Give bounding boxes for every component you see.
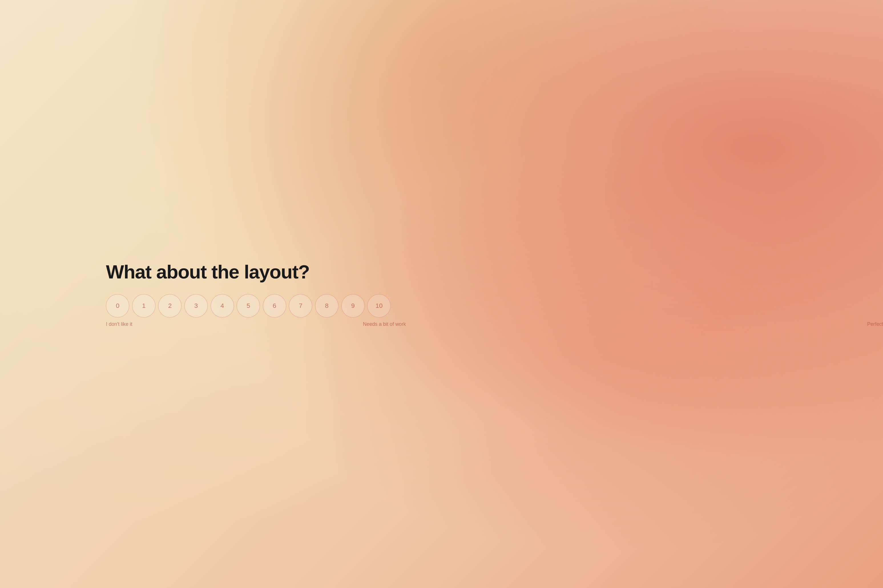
rating-btn-7[interactable]: 7: [289, 294, 312, 318]
rating-btn-6[interactable]: 6: [263, 294, 286, 318]
rating-btn-9[interactable]: 9: [341, 294, 365, 318]
main-content: What about the layout? 012345678910 I do…: [0, 261, 883, 327]
rating-btn-0[interactable]: 0: [106, 294, 129, 318]
label-right: Perfect: [867, 321, 883, 327]
rating-container: 012345678910 I don't like it Needs a bit…: [106, 294, 883, 327]
label-left: I don't like it: [106, 321, 132, 327]
rating-btn-10[interactable]: 10: [367, 294, 391, 318]
rating-btn-3[interactable]: 3: [184, 294, 208, 318]
rating-btn-5[interactable]: 5: [237, 294, 260, 318]
rating-btn-8[interactable]: 8: [315, 294, 338, 318]
rating-btn-4[interactable]: 4: [210, 294, 234, 318]
rating-btn-1[interactable]: 1: [132, 294, 156, 318]
rating-buttons-row: 012345678910: [106, 294, 883, 318]
rating-btn-2[interactable]: 2: [158, 294, 182, 318]
question-heading: What about the layout?: [106, 261, 883, 283]
label-middle: Needs a bit of work: [363, 321, 406, 327]
labels-row: I don't like it Needs a bit of work Perf…: [106, 321, 883, 327]
